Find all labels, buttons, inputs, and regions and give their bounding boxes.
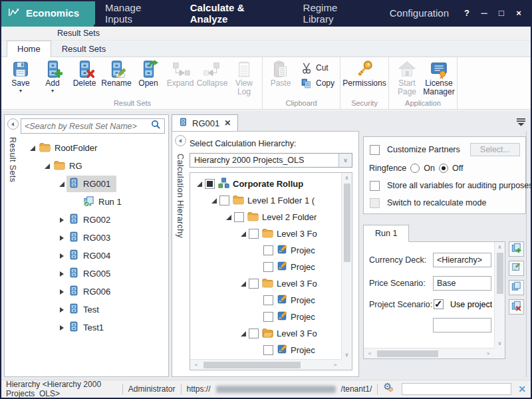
- extra-fieldinput[interactable]: [433, 318, 491, 332]
- currency-deck-combo[interactable]: <Hierarchy>: [433, 253, 491, 267]
- help-button[interactable]: ?: [459, 5, 475, 21]
- tree-row-rootfolder[interactable]: RootFolder: [21, 139, 165, 157]
- expand-button[interactable]: Expand: [164, 58, 196, 88]
- delete-button[interactable]: Delete: [68, 58, 100, 88]
- tree-expander-icon[interactable]: [57, 182, 66, 187]
- price-scenario-input[interactable]: Base: [433, 276, 491, 291]
- search-icon[interactable]: [151, 120, 161, 132]
- hierarchy-row-projec[interactable]: Projec: [193, 242, 341, 259]
- close-tab-icon[interactable]: ✕: [224, 118, 231, 128]
- run-tab[interactable]: Run 1: [363, 225, 409, 242]
- node-checkbox[interactable]: [234, 212, 244, 222]
- hierarchy-row-level-2-folder[interactable]: Level 2 Folder: [193, 209, 341, 225]
- close-button[interactable]: ×: [511, 5, 527, 21]
- tree-row-rg003[interactable]: RG003: [21, 229, 165, 247]
- hierarchy-row-projec[interactable]: Projec: [193, 259, 341, 275]
- ribbon-tab-result-sets[interactable]: Result Sets: [51, 41, 116, 57]
- collapse-result-sets-button[interactable]: [7, 118, 19, 130]
- tree-row-rg006[interactable]: RG006: [21, 283, 165, 301]
- permissions-button[interactable]: Permissions: [342, 58, 386, 88]
- customize-partners-checkbox[interactable]: [370, 145, 380, 155]
- node-checkbox[interactable]: [263, 245, 273, 255]
- title-tab-calculate-analyze[interactable]: Calculate & Analyze: [180, 1, 293, 25]
- node-checkbox[interactable]: [263, 312, 273, 322]
- scrollbar-thumb[interactable]: [203, 362, 301, 368]
- title-tab-regime-library[interactable]: Regime Library: [293, 1, 380, 25]
- node-checkbox[interactable]: [263, 345, 273, 355]
- tree-row-rg001[interactable]: RG001: [21, 175, 165, 193]
- rename-button[interactable]: Rename: [100, 58, 132, 88]
- hierarchy-horizontal-scrollbar[interactable]: < >: [190, 359, 341, 370]
- hierarchy-row-level-1-folder-1-[interactable]: Level 1 Folder 1 (: [193, 192, 341, 209]
- tree-expander-icon[interactable]: [238, 231, 248, 237]
- add-run-button[interactable]: [509, 241, 524, 257]
- use-project-checkbox[interactable]: [434, 299, 444, 309]
- scroll-down-icon[interactable]: ∨: [495, 338, 505, 348]
- app-tab-economics[interactable]: Economics: [1, 1, 95, 25]
- ringfence-off-radio[interactable]: [439, 164, 448, 173]
- tree-row-rg004[interactable]: RG004: [21, 247, 165, 265]
- tree-expander-icon[interactable]: [57, 307, 66, 313]
- collapse-button[interactable]: Collapse: [196, 58, 228, 88]
- cut-button[interactable]: Cut: [297, 61, 338, 74]
- tree-expander-icon[interactable]: [223, 215, 233, 220]
- title-tab-manage-inputs[interactable]: Manage Inputs: [95, 1, 180, 25]
- run-horizontal-scrollbar[interactable]: < >: [364, 348, 494, 358]
- document-tab-rg001[interactable]: RG001 ✕: [172, 114, 238, 131]
- tree-expander-icon[interactable]: [27, 146, 37, 151]
- recalculate-mode-checkbox[interactable]: [370, 198, 380, 208]
- scroll-left-icon[interactable]: <: [365, 349, 374, 358]
- title-tab-configuration[interactable]: Configuration: [380, 1, 459, 25]
- license-manager-button[interactable]: License Manager: [423, 58, 455, 96]
- add-button[interactable]: Add▾: [37, 58, 68, 94]
- status-search-input[interactable]: [402, 383, 511, 395]
- hierarchy-row-level-3-fo[interactable]: Level 3 Fo: [193, 225, 341, 242]
- scrollbar-thumb[interactable]: [497, 253, 503, 294]
- clear-icon[interactable]: ✕: [518, 384, 526, 394]
- chevron-down-icon[interactable]: ∨: [338, 154, 352, 167]
- tree-expander-icon[interactable]: [42, 164, 52, 169]
- scroll-right-icon[interactable]: >: [483, 349, 493, 358]
- copy-run-button[interactable]: [509, 280, 524, 295]
- delete-run-button[interactable]: [509, 299, 524, 315]
- scroll-up-icon[interactable]: ∧: [495, 242, 505, 251]
- hierarchy-vertical-scrollbar[interactable]: ∧ ∨: [341, 173, 352, 359]
- tree-expander-icon[interactable]: [57, 271, 66, 277]
- hierarchy-dropdown[interactable]: Hierarchy 2000 Projects_OLS ∨: [190, 153, 352, 168]
- tree-expander-icon[interactable]: [57, 325, 66, 331]
- scroll-left-icon[interactable]: <: [192, 360, 201, 370]
- minimize-button[interactable]: ─: [476, 5, 492, 21]
- copy-button[interactable]: Copy: [297, 76, 338, 90]
- start-page-button[interactable]: Start Page: [391, 58, 423, 96]
- scroll-down-icon[interactable]: ∨: [342, 350, 352, 359]
- hierarchy-row-projec[interactable]: Projec: [193, 309, 341, 325]
- hierarchy-row-corporate-rollup[interactable]: Corporate Rollup: [193, 176, 341, 192]
- tree-expander-icon[interactable]: [57, 235, 66, 241]
- tree-row-run-1[interactable]: Run 1: [21, 193, 165, 211]
- save-button[interactable]: Save▾: [5, 58, 37, 94]
- paste-button[interactable]: Paste: [265, 58, 297, 88]
- tree-row-test[interactable]: Test: [21, 301, 165, 319]
- tree-expander-icon[interactable]: [57, 289, 66, 295]
- node-checkbox[interactable]: [263, 295, 273, 305]
- node-checkbox[interactable]: [263, 262, 273, 272]
- tree-expander-icon[interactable]: [57, 217, 66, 223]
- gears-icon[interactable]: ⚙⚙: [383, 382, 396, 396]
- node-checkbox[interactable]: [249, 229, 259, 239]
- hierarchy-row-level-3-fo[interactable]: Level 3 Fo: [193, 275, 341, 292]
- result-set-search-input[interactable]: [25, 122, 148, 131]
- tree-expander-icon[interactable]: [194, 182, 204, 187]
- tree-expander-icon[interactable]: [209, 198, 219, 203]
- node-checkbox[interactable]: [219, 196, 229, 205]
- window-list-icon[interactable]: [517, 118, 525, 126]
- maximize-button[interactable]: □: [493, 5, 509, 21]
- edit-run-button[interactable]: [509, 261, 524, 276]
- open-button[interactable]: Open: [132, 58, 164, 88]
- hierarchy-row-projec[interactable]: Projec: [193, 292, 341, 309]
- node-checkbox[interactable]: [249, 279, 259, 289]
- run-vertical-scrollbar[interactable]: ∧ ∨: [494, 242, 505, 348]
- tree-row-rg005[interactable]: RG005: [21, 265, 165, 283]
- scrollbar-thumb[interactable]: [344, 184, 350, 262]
- tree-row-rg002[interactable]: RG002: [21, 211, 165, 229]
- scrollbar-thumb[interactable]: [377, 350, 438, 357]
